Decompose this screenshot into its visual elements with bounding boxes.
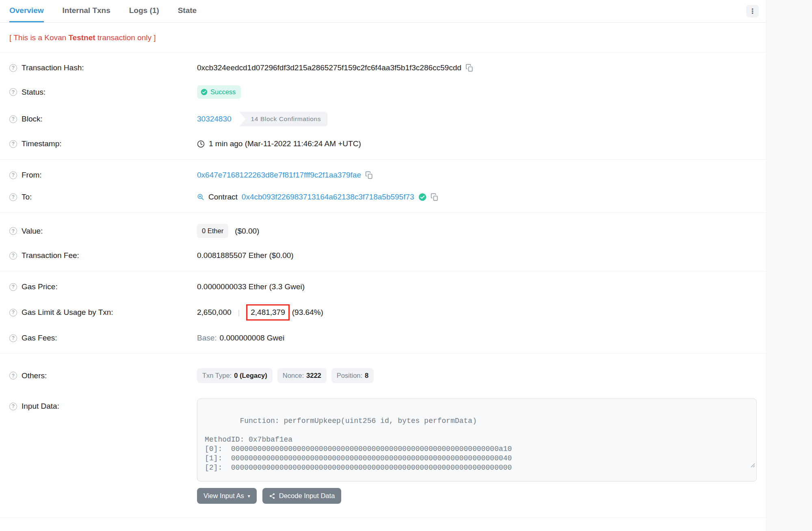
input-data-actions: View Input As ▾ Decode Input Data xyxy=(9,481,757,513)
row-to: ? To: Contract 0x4cb093f226983713164a621… xyxy=(9,186,757,208)
timestamp-label: Timestamp: xyxy=(22,139,62,148)
gas-limit-label: Gas Limit & Usage by Txn: xyxy=(22,308,113,317)
others-label: Others: xyxy=(22,371,47,380)
section-value: ? Value: 0 Ether ($0.00) ? Transaction F… xyxy=(0,213,766,271)
tab-state[interactable]: State xyxy=(178,0,197,22)
gas-limit-value: 2,650,000 xyxy=(197,308,232,317)
status-label: Status: xyxy=(22,88,45,97)
status-value: Success xyxy=(210,88,236,96)
row-label: ? Input Data: xyxy=(9,399,197,411)
help-icon[interactable]: ? xyxy=(9,372,17,379)
row-label: ? Gas Limit & Usage by Txn: xyxy=(9,308,197,317)
gas-fees-base-value: 0.000000008 Gwei xyxy=(220,334,285,342)
to-address-link[interactable]: 0x4cb093f226983713164a62138c3f718a5b595f… xyxy=(242,193,414,202)
copy-icon[interactable] xyxy=(365,171,373,179)
to-contract-prefix: Contract xyxy=(208,193,238,202)
gas-used-value: 2,481,379 xyxy=(251,308,285,316)
row-label: ? Block: xyxy=(9,115,197,124)
decode-input-data-label: Decode Input Data xyxy=(279,492,335,500)
row-label: ? Timestamp: xyxy=(9,139,197,148)
row-label: ? Others: xyxy=(9,371,197,380)
view-input-as-button[interactable]: View Input As ▾ xyxy=(197,488,257,504)
testnet-warning: [ This is a Kovan Testnet transaction on… xyxy=(0,23,766,52)
warning-prefix: [ This is a Kovan xyxy=(9,33,68,42)
row-label: ? To: xyxy=(9,193,197,202)
txn-type-badge: Txn Type: 0 (Legacy) xyxy=(197,368,273,383)
row-transaction-fee: ? Transaction Fee: 0.0081885507 Ether ($… xyxy=(9,245,757,267)
verified-contract-icon xyxy=(418,193,427,201)
txn-type-value: 0 (Legacy) xyxy=(234,372,267,379)
help-icon[interactable]: ? xyxy=(9,283,17,291)
help-icon[interactable]: ? xyxy=(9,309,17,316)
help-icon[interactable]: ? xyxy=(9,64,17,72)
row-input-data: ? Input Data: Function: performUpkeep(ui… xyxy=(9,390,757,481)
decode-icon xyxy=(269,493,275,499)
row-block: ? Block: 30324830 14 Block Confirmations xyxy=(9,105,757,133)
nonce-badge: Nonce: 3222 xyxy=(277,368,327,383)
help-icon[interactable]: ? xyxy=(9,115,17,123)
gas-fees-label: Gas Fees: xyxy=(22,334,57,342)
gas-price-value: 0.0000000033 Ether (3.3 Gwei) xyxy=(197,282,305,291)
value-label: Value: xyxy=(22,227,43,236)
row-label: ? Transaction Fee: xyxy=(9,251,197,260)
input-data-textarea[interactable]: Function: performUpkeep(uint256 id, byte… xyxy=(197,399,757,481)
warning-bold: Testnet xyxy=(68,33,95,42)
help-icon[interactable]: ? xyxy=(9,88,17,96)
status-badge: Success xyxy=(197,85,241,99)
from-address-link[interactable]: 0x647e7168122263d8e7f81f17fff9c2f1aa379f… xyxy=(197,171,361,180)
transaction-hash-value: 0xcb324eedcd1d07296fdf3d215a2865275f159c… xyxy=(197,63,461,72)
chevron-down-icon: ▾ xyxy=(248,494,250,498)
success-check-icon xyxy=(201,89,208,95)
transaction-fee-label: Transaction Fee: xyxy=(22,251,79,260)
row-from: ? From: 0x647e7168122263d8e7f81f17fff9c2… xyxy=(9,164,757,186)
row-label: ? From: xyxy=(9,171,197,180)
section-others-input: ? Others: Txn Type: 0 (Legacy) Nonce: 32… xyxy=(0,354,766,517)
tab-internal-txns[interactable]: Internal Txns xyxy=(63,0,110,22)
zoom-in-icon[interactable] xyxy=(197,193,204,201)
decode-input-data-button[interactable]: Decode Input Data xyxy=(262,488,342,504)
position-value: 8 xyxy=(365,372,368,379)
help-icon[interactable]: ? xyxy=(9,171,17,179)
from-label: From: xyxy=(22,171,42,180)
row-timestamp: ? Timestamp: 1 min ago (Mar-11-2022 11:4… xyxy=(9,133,757,155)
tab-logs[interactable]: Logs (1) xyxy=(129,0,159,22)
row-label: ? Gas Price: xyxy=(9,282,197,291)
section-gas: ? Gas Price: 0.0000000033 Ether (3.3 Gwe… xyxy=(0,271,766,354)
tab-overview[interactable]: Overview xyxy=(9,0,44,22)
row-value: ? Value: 0 Ether ($0.00) xyxy=(9,217,757,245)
kebab-icon: ⋮ xyxy=(749,7,756,15)
row-label: ? Status: xyxy=(9,88,197,97)
help-icon[interactable]: ? xyxy=(9,403,17,410)
position-label: Position: xyxy=(337,372,362,379)
row-gas-fees: ? Gas Fees: Base: 0.000000008 Gwei xyxy=(9,327,757,349)
transaction-hash-label: Transaction Hash: xyxy=(22,63,84,72)
input-data-text: Function: performUpkeep(uint256 id, byte… xyxy=(205,417,512,472)
help-icon[interactable]: ? xyxy=(9,252,17,260)
section-addresses: ? From: 0x647e7168122263d8e7f81f17fff9c2… xyxy=(0,160,766,213)
gas-used-percent: (93.64%) xyxy=(292,308,323,317)
warning-suffix: transaction only ] xyxy=(95,33,156,42)
block-number-link[interactable]: 30324830 xyxy=(197,115,232,124)
kebab-menu-button[interactable]: ⋮ xyxy=(746,5,759,17)
clock-icon xyxy=(197,140,205,148)
help-icon[interactable]: ? xyxy=(9,140,17,148)
block-label: Block: xyxy=(22,115,43,124)
help-icon[interactable]: ? xyxy=(9,227,17,235)
help-icon[interactable]: ? xyxy=(9,334,17,342)
footer-space xyxy=(0,518,766,530)
copy-icon[interactable] xyxy=(466,64,474,72)
row-label: ? Gas Fees: xyxy=(9,334,197,342)
row-label: ? Transaction Hash: xyxy=(9,63,197,72)
row-gas-limit: ? Gas Limit & Usage by Txn: 2,650,000 | … xyxy=(9,298,757,327)
row-status: ? Status: Success xyxy=(9,79,757,105)
copy-icon[interactable] xyxy=(431,193,439,201)
help-icon[interactable]: ? xyxy=(9,193,17,201)
gas-fees-base-label: Base: xyxy=(197,334,217,342)
input-data-label: Input Data: xyxy=(22,402,59,411)
gas-separator: | xyxy=(238,308,240,317)
tabs-bar: Overview Internal Txns Logs (1) State ⋮ xyxy=(0,0,766,23)
resize-handle[interactable] xyxy=(706,452,755,480)
section-summary: ? Transaction Hash: 0xcb324eedcd1d07296f… xyxy=(0,52,766,160)
txn-type-label: Txn Type: xyxy=(202,372,232,379)
row-gas-price: ? Gas Price: 0.0000000033 Ether (3.3 Gwe… xyxy=(9,276,757,298)
